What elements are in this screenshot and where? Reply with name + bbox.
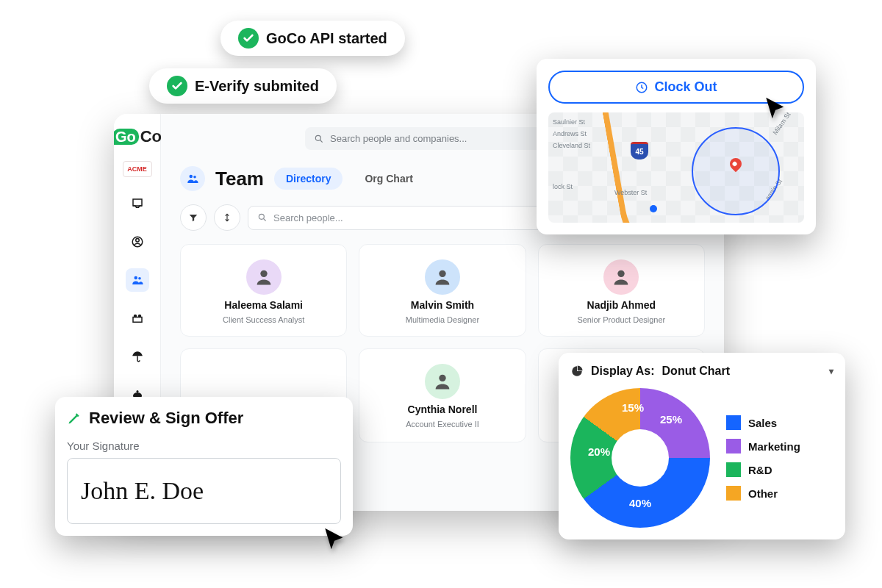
svg-point-17 (618, 270, 625, 277)
global-search-placeholder: Search people and companies... (330, 133, 467, 144)
filter-button[interactable] (180, 204, 207, 231)
svg-point-9 (315, 135, 320, 140)
legend-marketing: Marketing (726, 439, 800, 453)
svg-point-3 (138, 277, 141, 280)
toast-api-started: GoCo API started (220, 21, 405, 56)
street-label: lock St (553, 183, 573, 190)
chart-type-selector[interactable]: Display As: Donut Chart ▾ (570, 365, 833, 378)
person-name: Haleema Salami (224, 299, 303, 311)
legend-label: Other (748, 487, 778, 500)
legend-sales: Sales (726, 415, 800, 430)
pie-icon (570, 365, 584, 378)
signature-label: Your Signature (67, 440, 341, 452)
svg-point-5 (134, 315, 136, 318)
legend-label: R&D (748, 464, 772, 476)
search-icon (257, 212, 268, 223)
svg-point-12 (193, 176, 196, 179)
person-card[interactable]: Haleema Salami Client Success Analyst (180, 244, 347, 337)
donut-chart: 25% 40% 20% 15% (570, 388, 710, 528)
street-label: Andrews St (553, 130, 587, 137)
map[interactable]: 45 Saulnier St Andrews St Cleveland St l… (548, 112, 804, 223)
check-icon (238, 28, 259, 49)
swatch (726, 486, 741, 501)
signature-value: John E. Doe (81, 477, 204, 505)
freeway-line (600, 112, 679, 223)
sidebar-profile-icon[interactable] (126, 230, 149, 254)
person-card[interactable]: Cynthia Norell Account Executive II (359, 348, 526, 442)
slice-label-marketing: 25% (660, 413, 682, 426)
person-name: Nadjib Ahmed (587, 299, 656, 311)
person-role: Account Executive II (406, 420, 479, 429)
pencil-icon (67, 411, 82, 426)
svg-point-2 (134, 276, 137, 280)
svg-point-6 (138, 315, 140, 318)
avatar (246, 259, 282, 295)
slice-label-rnd: 20% (588, 445, 610, 458)
logo[interactable]: GoCo (114, 127, 162, 146)
svg-point-18 (439, 375, 445, 381)
person-role: Client Success Analyst (223, 315, 304, 324)
slice-label-sales: 40% (629, 497, 651, 509)
donut-body: 25% 40% 20% 15% Sales Marketing R&D Othe… (570, 388, 833, 528)
person-name: Malvin Smith (411, 299, 474, 311)
signature-input[interactable]: John E. Doe (67, 458, 341, 524)
toast-text: GoCo API started (266, 30, 387, 47)
tab-orgchart[interactable]: Org Chart (353, 168, 424, 190)
toast-everify: E-Verify submited (149, 68, 337, 104)
person-name: Cynthia Norell (408, 404, 478, 415)
sort-button[interactable] (214, 204, 240, 231)
legend: Sales Marketing R&D Other (726, 415, 800, 501)
chevron-down-icon: ▾ (829, 366, 833, 376)
clock-icon (635, 81, 648, 94)
street-label: Saulnier St (553, 118, 585, 126)
svg-rect-4 (133, 318, 142, 323)
legend-label: Marketing (748, 440, 800, 453)
legend-rnd: R&D (726, 462, 800, 477)
svg-point-13 (259, 214, 264, 219)
slice-label-other: 15% (622, 401, 644, 414)
person-card[interactable]: Malvin Smith Multimedia Designer (359, 244, 526, 337)
tab-directory[interactable]: Directory (274, 168, 343, 190)
avatar (425, 364, 460, 399)
clock-popup: Clock Out 45 Saulnier St Andrews St Clev… (537, 59, 816, 234)
donut-popup: Display As: Donut Chart ▾ 25% 40% 20% 15… (559, 353, 845, 539)
sidebar-org-icon[interactable] (126, 306, 149, 330)
interstate-shield: 45 (631, 142, 648, 159)
svg-point-11 (190, 175, 193, 179)
donut-hole (612, 429, 669, 487)
sidebar-team-icon[interactable] (126, 268, 149, 292)
svg-line-14 (264, 219, 266, 221)
street-label: Cleveland St (553, 142, 590, 149)
avatar (425, 259, 460, 295)
swatch (726, 462, 741, 477)
svg-point-15 (260, 270, 267, 277)
team-icon (180, 166, 205, 191)
location-dot-icon (650, 205, 657, 212)
person-role: Senior Product Designer (577, 315, 665, 324)
avatar (603, 259, 639, 295)
signature-popup: Review & Sign Offer Your Signature John … (55, 397, 353, 536)
svg-line-10 (320, 140, 323, 142)
check-icon (167, 76, 187, 96)
svg-point-8 (136, 390, 138, 392)
people-search-placeholder: Search people... (273, 212, 343, 223)
chart-type-prefix: Display As: (591, 365, 655, 378)
swatch (726, 439, 741, 453)
logo-suffix: Co (140, 127, 162, 146)
person-role: Multimedia Designer (406, 315, 479, 324)
sidebar-inbox-icon[interactable] (126, 192, 149, 215)
logo-prefix: Go (114, 129, 139, 145)
legend-other: Other (726, 486, 800, 501)
street-label: Webster St (614, 189, 647, 196)
chart-type-value: Donut Chart (662, 365, 730, 378)
page-title: Team (215, 168, 264, 190)
toast-text: E-Verify submited (195, 78, 319, 95)
person-card[interactable]: Nadjib Ahmed Senior Product Designer (538, 244, 705, 337)
svg-point-16 (439, 270, 445, 277)
search-icon (314, 134, 324, 144)
signature-title: Review & Sign Offer (89, 409, 243, 428)
signature-title-row: Review & Sign Offer (67, 409, 341, 428)
legend-label: Sales (748, 417, 777, 429)
sidebar-umbrella-icon[interactable] (126, 345, 149, 368)
company-badge[interactable]: ACME (123, 161, 152, 177)
